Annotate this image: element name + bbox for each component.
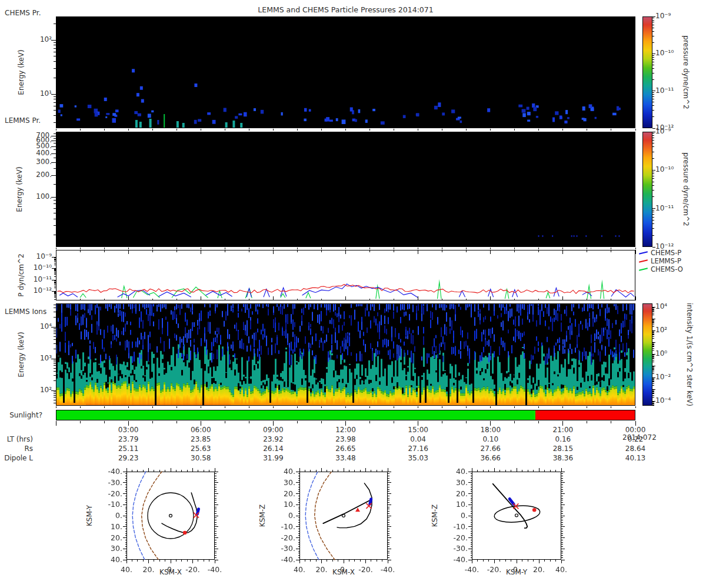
svg-text:-30.: -30. [281, 544, 295, 553]
annotation-value: 30.58 [183, 454, 218, 462]
svg-text:-40.: -40. [108, 467, 122, 476]
colorbar-tick-label: 10⁻¹² [655, 242, 674, 250]
colorbar-tick-label: 10⁻⁴ [655, 396, 671, 405]
svg-text:-20.: -20. [185, 565, 199, 574]
annotation-value: 26.14 [255, 445, 291, 453]
annotation-value: 35.03 [401, 454, 436, 462]
svg-text:-10.: -10. [281, 522, 295, 531]
svg-text:0.: 0. [167, 565, 174, 574]
colorbar-tick-label: 10² [655, 326, 667, 334]
time-tick-label: 18:00 [473, 426, 508, 434]
colorbar-tick-label: 10⁻¹¹ [655, 86, 674, 95]
svg-text:40.: 40. [111, 555, 122, 564]
annotation-value: 0.04 [401, 435, 436, 443]
y-tick-label: 10⁻⁹ [22, 252, 52, 260]
annotation-value: 0.10 [473, 435, 508, 443]
time-tick-label: 12:00 [328, 426, 364, 434]
y-tick-label: 10³ [22, 354, 52, 362]
y-tick-label: 10² [22, 35, 52, 44]
orbit-ksmx-ksmz-plot: 40.20.0.-20.-40.40.30.20.10.0.-10.-20.-3… [272, 465, 398, 582]
orbit1-ylabel: KSM-Y [85, 486, 94, 545]
lemms-ions-spectrogram [56, 303, 635, 406]
colorbar-chems-pressure [642, 16, 652, 128]
colorbar-title-pressure-2: pressure dyne/cm^2 [682, 131, 690, 248]
time-tick-label: 06:00 [183, 426, 218, 434]
svg-text:0.: 0. [115, 511, 122, 520]
colorbar-tick-label: 10⁻¹⁰ [655, 49, 674, 57]
y-tick-label: 400. [22, 149, 52, 157]
sunlight-red-segment [535, 410, 635, 420]
y-tick-label: 10⁻¹² [22, 286, 52, 295]
svg-text:-30.: -30. [454, 544, 468, 553]
sunlight-green-segment [56, 410, 535, 420]
colorbar-tick-label: 10⁰ [655, 349, 667, 358]
svg-text:10.: 10. [284, 500, 295, 509]
svg-text:40.: 40. [294, 565, 305, 574]
svg-text:10.: 10. [111, 522, 122, 531]
legend-label: LEMMS-P [651, 257, 681, 265]
svg-text:-30.: -30. [108, 478, 122, 487]
annotation-value: 0.22 [618, 435, 653, 443]
y-tick-label: 300. [22, 158, 52, 166]
chems-o-line-swatch [639, 268, 648, 271]
legend-label: CHEMS-O [651, 265, 683, 273]
annotation-value: 27.16 [401, 445, 436, 453]
annotation-value: 26.65 [328, 445, 364, 453]
colorbar-tick-label: 10⁻⁹ [655, 12, 671, 20]
annotation-value: 31.99 [255, 454, 291, 462]
svg-text:40.: 40. [284, 467, 295, 476]
svg-text:0.: 0. [461, 511, 468, 520]
svg-text:20.: 20. [111, 533, 122, 542]
page-title: LEMMS and CHEMS Particle Pressures 2014:… [56, 5, 635, 14]
pressure-legend: CHEMS-P LEMMS-P CHEMS-O [639, 249, 683, 273]
annotation-value: 28.64 [618, 445, 653, 453]
svg-text:20.: 20. [284, 489, 295, 498]
annotation-value: 38.36 [545, 454, 581, 462]
svg-text:-20.: -20. [108, 489, 122, 498]
sunlight-label: Sunlight? [0, 411, 42, 419]
annotation-value: 27.66 [473, 445, 508, 453]
time-tick-label: 00:00 [618, 426, 653, 434]
chems-p-line-swatch [639, 251, 648, 255]
orbit-ksmx-ksmy-plot: 40.20.0.-20.-40.-40.-30.-20.-10.0.10.20.… [99, 465, 225, 582]
colorbar-tick-label: 10⁴ [655, 302, 667, 310]
annotation-value: 40.13 [618, 454, 653, 462]
y-tick-label: 10⁻¹¹ [22, 275, 52, 283]
annotation-value: 29.23 [111, 454, 146, 462]
chems-pressure-spectrogram [56, 16, 635, 128]
y-tick-label: 10⁻¹⁰ [22, 263, 52, 272]
colorbar-lemms-pressure [642, 132, 652, 247]
legend-item-chems-o: CHEMS-O [639, 265, 683, 273]
svg-text:20.: 20. [143, 565, 155, 574]
y-tick-label: 10⁴ [22, 322, 52, 330]
svg-text:-40.: -40. [381, 565, 395, 574]
lemms-chems-pressure-plot-page: { "title": "LEMMS and CHEMS Particle Pre… [0, 0, 706, 588]
svg-text:40.: 40. [456, 467, 468, 476]
svg-text:-10.: -10. [454, 522, 468, 531]
colorbar-title-pressure-1: pressure dyne/cm^2 [682, 14, 690, 131]
svg-text:-40.: -40. [281, 555, 295, 564]
svg-text:-20.: -20. [487, 565, 501, 574]
annotation-value: 25.63 [183, 445, 218, 453]
row-label-rs: Rs [0, 445, 33, 453]
svg-text:-20.: -20. [281, 533, 295, 542]
panel-label-chems-pr: CHEMS Pr. [5, 9, 41, 17]
lemms-pressure-spectrogram [56, 132, 635, 247]
time-tick-label: 15:00 [401, 426, 436, 434]
colorbar-tick-label: 10⁻⁹ [655, 127, 671, 135]
svg-text:30.: 30. [284, 478, 295, 487]
svg-text:0.: 0. [340, 565, 347, 574]
svg-text:20.: 20. [316, 565, 328, 574]
time-tick-label: 09:00 [255, 426, 291, 434]
annotation-value: 33.48 [328, 454, 364, 462]
annotation-value: 28.15 [545, 445, 581, 453]
colorbar-tick-label: 10⁻² [655, 373, 671, 381]
orbit2-ylabel: KSM-Z [258, 486, 267, 545]
svg-text:-40.: -40. [465, 565, 479, 574]
svg-text:-20.: -20. [358, 565, 372, 574]
svg-text:40.: 40. [121, 565, 132, 574]
svg-text:-20.: -20. [454, 533, 468, 542]
row-label-lt: LT (hrs) [0, 435, 33, 443]
svg-text:30.: 30. [456, 478, 468, 487]
annotation-value: 25.11 [111, 445, 146, 453]
